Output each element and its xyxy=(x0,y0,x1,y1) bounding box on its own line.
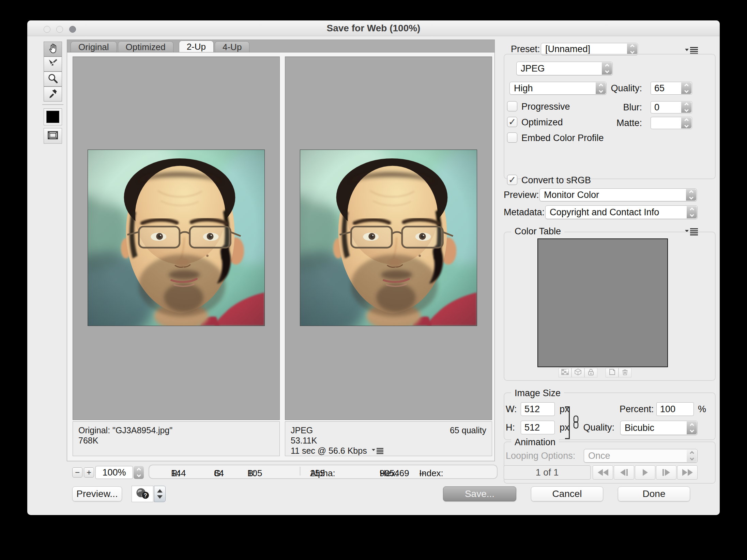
progressive-checkbox[interactable] xyxy=(507,101,517,111)
optimized-filesize: 53.11K xyxy=(291,435,486,446)
blur-field[interactable]: 0 xyxy=(651,101,692,113)
percent-field[interactable]: 100 xyxy=(656,402,694,416)
matte-label: Matte: xyxy=(607,117,642,129)
checkmark: ✓ xyxy=(508,116,516,127)
first-frame-button[interactable] xyxy=(593,465,613,480)
percent-unit: % xyxy=(698,403,706,415)
done-button[interactable]: Done xyxy=(618,486,690,501)
compression-select[interactable]: High xyxy=(509,82,607,95)
lock-icon xyxy=(588,369,594,377)
preview-button-label: Preview... xyxy=(76,488,118,499)
looping-options-select[interactable]: Once xyxy=(584,449,698,463)
height-field[interactable]: 512 xyxy=(521,421,555,434)
progressive-label: Progressive xyxy=(521,100,570,113)
eyedropper-tool-button[interactable] xyxy=(44,87,62,102)
convert-srgb-checkbox[interactable]: ✓ xyxy=(507,175,517,185)
preview-in-browser-button[interactable]: Preview... xyxy=(72,486,122,501)
stepper-icon xyxy=(596,82,606,94)
stepper-icon xyxy=(627,44,637,55)
metadata-select[interactable]: Copyright and Contact Info xyxy=(545,205,698,219)
zoom-level-stepper[interactable] xyxy=(134,466,144,479)
download-speed-menu-icon[interactable] xyxy=(372,446,385,455)
original-filesize: 768K xyxy=(78,435,274,446)
web-shift-button[interactable] xyxy=(571,368,584,377)
previous-frame-button[interactable] xyxy=(614,465,634,480)
web-shift-cube-icon xyxy=(574,369,582,377)
compression-value: High xyxy=(514,83,533,94)
stepper-icon xyxy=(687,421,697,434)
metadata-label: Metadata: xyxy=(504,206,545,218)
svg-text:?: ? xyxy=(144,492,147,498)
frame-counter: 1 of 1 xyxy=(504,465,591,480)
next-frame-button[interactable] xyxy=(656,465,676,480)
view-tabs: Original Optimized 2-Up 4-Up xyxy=(67,40,494,52)
toggle-slices-icon xyxy=(47,129,59,142)
new-color-icon xyxy=(609,369,615,377)
original-pane: Original: "GJ3A8954.jpg" 768K xyxy=(73,57,280,456)
browser-preview-globe-icon: ? xyxy=(135,487,150,501)
height-value: 512 xyxy=(524,422,540,433)
new-color-button[interactable] xyxy=(606,368,619,377)
preview-label: Preview: xyxy=(504,189,539,201)
hand-tool-button[interactable] xyxy=(44,42,62,57)
toolbar-divider xyxy=(42,104,63,105)
save-button-label: Save... xyxy=(465,488,494,499)
zoom-out-button[interactable]: − xyxy=(72,467,82,478)
last-frame-button[interactable] xyxy=(677,465,698,480)
stepper-icon xyxy=(686,189,696,201)
titlebar: Save for Web (100%) xyxy=(27,20,720,36)
toggle-slices-button[interactable] xyxy=(44,128,62,144)
original-canvas[interactable] xyxy=(73,57,280,420)
browser-select-stepper[interactable] xyxy=(154,486,166,502)
transparency-button[interactable] xyxy=(559,368,571,377)
format-select[interactable]: JPEG xyxy=(516,62,613,75)
percent-value: 100 xyxy=(660,404,675,415)
slice-select-tool-button[interactable] xyxy=(44,57,62,72)
color-table-swatches[interactable] xyxy=(537,238,668,367)
optimized-quality: 65 quality xyxy=(450,425,486,435)
cancel-button[interactable]: Cancel xyxy=(531,486,603,501)
width-label: W: xyxy=(506,403,517,415)
optimized-checkbox[interactable]: ✓ xyxy=(507,117,517,127)
metadata-value: Copyright and Contact Info xyxy=(550,207,659,218)
hand-icon xyxy=(47,43,59,56)
play-icon xyxy=(643,469,648,476)
delete-color-button[interactable] xyxy=(619,368,631,377)
save-button[interactable]: Save... xyxy=(443,486,516,501)
zoom-level-field[interactable]: 100% xyxy=(95,466,133,479)
resample-quality-label: Quality: xyxy=(583,421,614,434)
eyedropper-color-swatch xyxy=(46,111,59,123)
resample-quality-select[interactable]: Bicubic xyxy=(620,421,698,435)
tab-original[interactable]: Original xyxy=(71,41,117,52)
matte-field[interactable] xyxy=(651,117,692,129)
alpha-value: 255 xyxy=(310,468,325,479)
optimized-canvas[interactable] xyxy=(285,57,492,420)
done-button-label: Done xyxy=(643,488,666,499)
next-frame-icon xyxy=(662,469,670,476)
preset-value: [Unnamed] xyxy=(545,44,590,55)
preset-select[interactable]: [Unnamed] xyxy=(541,43,638,55)
dimension-link-bracket xyxy=(565,406,570,439)
preset-menu-icon[interactable] xyxy=(685,46,699,55)
preview-value: Monitor Color xyxy=(544,190,599,200)
play-button[interactable] xyxy=(635,465,655,480)
quality-field[interactable]: 65 xyxy=(651,82,692,95)
tab-optimized[interactable]: Optimized xyxy=(118,41,173,52)
embed-color-profile-checkbox[interactable] xyxy=(507,133,517,143)
width-field[interactable]: 512 xyxy=(521,402,555,416)
browser-preview-button[interactable]: ? xyxy=(132,486,153,502)
stepper-icon xyxy=(681,118,691,128)
original-info: Original: "GJ3A8954.jpg" 768K xyxy=(73,421,280,456)
height-label: H: xyxy=(506,421,515,434)
readout-divider xyxy=(300,467,300,476)
looping-options-label: Looping Options: xyxy=(506,450,575,462)
tab-2up[interactable]: 2-Up xyxy=(179,41,214,52)
first-frame-icon xyxy=(598,469,608,476)
zoom-tool-button[interactable] xyxy=(44,72,62,87)
zoom-in-button[interactable]: + xyxy=(84,467,94,478)
tab-4up[interactable]: 4-Up xyxy=(215,41,249,52)
eyedropper-color-button[interactable] xyxy=(44,108,62,125)
original-photo xyxy=(88,150,265,326)
lock-color-button[interactable] xyxy=(584,368,597,377)
preview-select[interactable]: Monitor Color xyxy=(539,188,697,201)
